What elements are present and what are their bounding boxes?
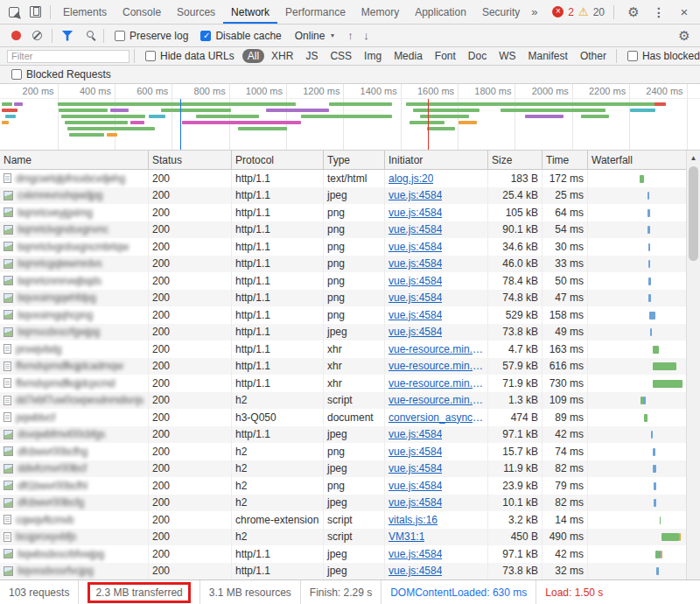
- table-row[interactable]: dmgcwrtqlpfnsxbcvdjehg200http/1.1text/ht…: [0, 170, 686, 187]
- initiator-link[interactable]: vue.js:4584: [388, 565, 442, 577]
- initiator-link[interactable]: VM31:1: [388, 530, 424, 543]
- preserve-log-checkbox[interactable]: Preserve log: [115, 30, 188, 42]
- table-row[interactable]: bqmrtclvgrdsxgncmbrtqw200http/1.1pngvue.…: [0, 238, 686, 256]
- error-badge-icon[interactable]: [552, 6, 564, 18]
- table-row[interactable]: bqmrtcgqtewmrdvs200http/1.1pngvue.js:458…: [0, 256, 686, 273]
- table-row[interactable]: bcqproxyvbfjs200h2scriptVM31:1450 B490 m…: [0, 529, 686, 546]
- filter-pill-img[interactable]: Img: [359, 49, 387, 63]
- initiator-link[interactable]: vue.js:4584: [388, 189, 442, 201]
- table-row[interactable]: bqmrtcnmrvwjbqds200http/1.1pngvue.js:458…: [0, 272, 686, 290]
- scrollbar-up-arrow[interactable]: ▲: [687, 151, 700, 165]
- network-settings-gear-icon[interactable]: ⚙: [674, 26, 695, 46]
- clear-button[interactable]: [26, 26, 47, 46]
- import-har-icon[interactable]: ↑: [342, 26, 358, 46]
- column-header-time[interactable]: Time: [542, 151, 588, 169]
- tab-security[interactable]: Security: [474, 0, 528, 24]
- checkbox-unchecked[interactable]: [145, 51, 156, 61]
- tab-application[interactable]: Application: [407, 0, 474, 24]
- filter-pill-ws[interactable]: WS: [494, 49, 521, 63]
- table-row[interactable]: ffxmdspmdfkqjdcpcmd200http/1.1xhrvue-res…: [0, 375, 686, 392]
- table-row[interactable]: bqvxsimgqhcpng200http/1.1pngvue.js:45845…: [0, 306, 686, 324]
- warning-count[interactable]: 20: [593, 6, 605, 18]
- warning-icon[interactable]: ⚠: [578, 6, 589, 18]
- search-button[interactable]: [78, 26, 99, 46]
- column-header-type[interactable]: Type: [324, 151, 385, 169]
- close-devtools-icon[interactable]: ×: [674, 3, 695, 22]
- table-row[interactable]: pqwbtvcf200h3-Q050documentconversion_asy…: [0, 409, 686, 426]
- initiator-link[interactable]: alog.js:20: [388, 172, 433, 185]
- filter-pill-xhr[interactable]: XHR: [266, 49, 298, 63]
- column-header-name[interactable]: Name: [0, 151, 149, 169]
- table-row[interactable]: bqmrtcveyjgximg200http/1.1pngvue.js:4584…: [0, 204, 686, 221]
- table-row[interactable]: dd7ebf7uw0cwpesdnmdisnjs200h2scriptvue-r…: [0, 392, 686, 410]
- column-header-protocol[interactable]: Protocol: [232, 151, 324, 169]
- export-har-icon[interactable]: ↓: [358, 26, 374, 46]
- tab-memory[interactable]: Memory: [354, 0, 407, 24]
- initiator-link[interactable]: vue-resource.min.js:7: [388, 394, 484, 406]
- initiator-link[interactable]: vue.js:4584: [388, 309, 442, 321]
- table-row[interactable]: cqwqvftcmvb200chrome-extensionscriptvita…: [0, 511, 686, 529]
- overview-waterfall-chart[interactable]: [0, 99, 700, 150]
- record-button[interactable]: [5, 26, 26, 46]
- disable-cache-checkbox[interactable]: Disable cache: [200, 30, 281, 42]
- table-row[interactable]: bqmscdxscrfgwjpg200http/1.1jpegvue.js:45…: [0, 324, 686, 341]
- initiator-link[interactable]: vue.js:4584: [388, 548, 442, 560]
- checkbox-unchecked[interactable]: [627, 51, 638, 61]
- table-row[interactable]: dfcbwvr00lbcfg200h2jpegvue.js:458410.1 k…: [0, 495, 686, 512]
- initiator-link[interactable]: vue-resource.min.js:7: [388, 360, 484, 372]
- initiator-link[interactable]: vue-resource.min.js:7: [388, 343, 484, 355]
- checkbox-unchecked[interactable]: [115, 31, 125, 41]
- tab-sources[interactable]: Sources: [169, 0, 223, 24]
- table-row[interactable]: bqvxsimgqehfdpg200http/1.1pngvue.js:4584…: [0, 290, 686, 307]
- initiator-link[interactable]: vue.js:4584: [388, 446, 442, 458]
- initiator-link[interactable]: vue.js:4584: [388, 326, 442, 338]
- device-toolbar-icon[interactable]: [24, 3, 46, 22]
- blocked-requests-checkbox[interactable]: Blocked Requests: [11, 68, 111, 81]
- column-header-status[interactable]: Status: [149, 151, 232, 169]
- checkbox-unchecked[interactable]: [11, 69, 22, 80]
- settings-gear-icon[interactable]: ⚙: [623, 3, 644, 22]
- table-row[interactable]: pnxejvbdg200http/1.1xhrvue-resource.min.…: [0, 341, 686, 358]
- initiator-link[interactable]: vue.js:4584: [388, 462, 442, 474]
- filter-pill-doc[interactable]: Doc: [463, 49, 492, 63]
- initiator-link[interactable]: vue.js:4584: [388, 257, 442, 270]
- table-row[interactable]: ffxmdspmdfkqjdcadmqw200http/1.1xhrvue-re…: [0, 358, 686, 376]
- initiator-link[interactable]: vitals.js:16: [388, 514, 438, 526]
- table-row[interactable]: ddivfcmvr00lbcf200h2jpegvue.js:458411.9 …: [0, 460, 686, 478]
- tab-network[interactable]: Network: [223, 0, 277, 24]
- has-blocked-cookies-checkbox[interactable]: Has blocked cookies: [627, 50, 700, 62]
- scrollbar-thumb[interactable]: [689, 166, 698, 261]
- column-header-size[interactable]: Size: [488, 151, 542, 169]
- filter-pill-font[interactable]: Font: [430, 49, 461, 63]
- filter-toggle-button[interactable]: [57, 26, 78, 46]
- column-header-initiator[interactable]: Initiator: [385, 151, 488, 169]
- filter-pill-all[interactable]: All: [242, 49, 264, 63]
- initiator-link[interactable]: vue.js:4584: [388, 428, 442, 440]
- scrollbar[interactable]: ▲: [686, 151, 700, 579]
- table-row[interactable]: cxkmrevnshqwdjpg200http/1.1jpegvue.js:45…: [0, 187, 686, 205]
- initiator-link[interactable]: conversion_async.js…: [388, 411, 484, 424]
- error-count[interactable]: 2: [568, 6, 574, 18]
- initiator-link[interactable]: vue.js:4584: [388, 480, 442, 492]
- table-row[interactable]: bqwbsdxscrbfvwjpg200http/1.1jpegvue.js:4…: [0, 545, 686, 563]
- hide-data-urls-checkbox[interactable]: Hide data URLs: [145, 50, 234, 62]
- initiator-link[interactable]: vue.js:4584: [388, 275, 442, 287]
- tab-console[interactable]: Console: [115, 0, 169, 24]
- tab-elements[interactable]: Elements: [55, 0, 115, 24]
- table-row[interactable]: dsvqwbfmvt00cbfgs200http/1.1jpegvue.js:4…: [0, 426, 686, 444]
- initiator-link[interactable]: vue.js:4584: [388, 496, 442, 509]
- initiator-link[interactable]: vue-resource.min.js:7: [388, 377, 484, 390]
- network-overview[interactable]: 200 ms400 ms600 ms800 ms1000 ms1200 ms14…: [0, 84, 700, 151]
- table-row[interactable]: bqvxsdxssrfvcjpg200http/1.1jpegvue.js:45…: [0, 563, 686, 580]
- more-tabs-chevron[interactable]: »: [528, 5, 541, 18]
- table-row[interactable]: dfcbwvr00bcfhg200h2pngvue.js:458415.7 kB…: [0, 443, 686, 460]
- kebab-menu-icon[interactable]: ⋮: [648, 3, 669, 22]
- initiator-link[interactable]: vue.js:4584: [388, 223, 442, 235]
- throttling-select[interactable]: Online ▼: [295, 30, 336, 42]
- filter-pill-css[interactable]: CSS: [325, 49, 357, 63]
- initiator-link[interactable]: vue.js:4584: [388, 291, 442, 304]
- column-header-waterfall[interactable]: Waterfall: [588, 151, 686, 169]
- tab-performance[interactable]: Performance: [277, 0, 354, 24]
- table-row[interactable]: dft1bwvr00bcfhl200h2pngvue.js:458423.9 k…: [0, 477, 686, 495]
- filter-pill-other[interactable]: Other: [575, 49, 612, 63]
